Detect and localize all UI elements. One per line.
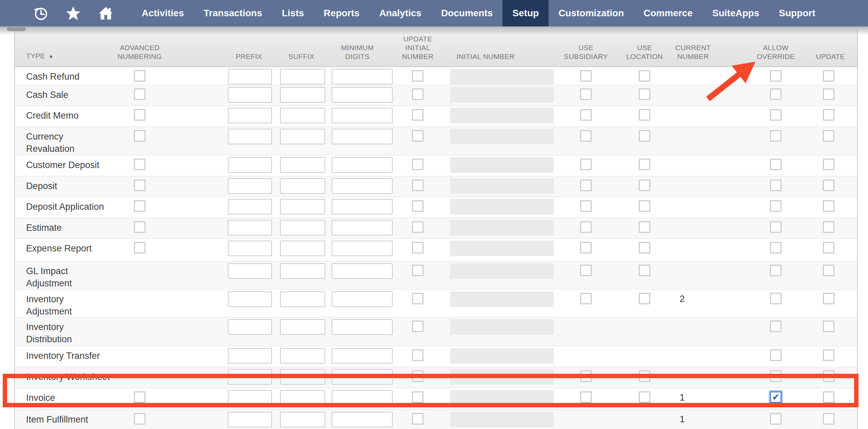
minimum-digits-input[interactable] (332, 390, 393, 406)
use-subsidiary-checkbox[interactable] (580, 130, 592, 142)
update-initial-number-checkbox[interactable] (412, 180, 423, 191)
advanced-numbering-checkbox[interactable] (134, 391, 145, 403)
nav-item-setup[interactable]: Setup (502, 0, 549, 26)
update-initial-number-checkbox[interactable] (412, 130, 423, 142)
allow-override-checkbox[interactable] (770, 130, 782, 142)
minimum-digits-input[interactable] (332, 241, 393, 256)
prefix-input[interactable] (228, 291, 272, 307)
update-initial-number-checkbox[interactable] (412, 242, 423, 253)
update-checkbox[interactable] (823, 293, 834, 304)
nav-item-support[interactable]: Support (769, 0, 825, 26)
update-initial-number-checkbox[interactable] (412, 70, 423, 82)
update-checkbox[interactable] (823, 180, 834, 191)
minimum-digits-input[interactable] (332, 87, 393, 103)
update-checkbox[interactable] (823, 221, 834, 233)
nav-item-lists[interactable]: Lists (272, 0, 314, 26)
minimum-digits-input[interactable] (332, 178, 393, 194)
update-checkbox[interactable] (823, 109, 834, 121)
prefix-input[interactable] (228, 178, 272, 194)
suffix-input[interactable] (280, 87, 325, 103)
nav-item-documents[interactable]: Documents (431, 0, 502, 26)
recent-records-icon[interactable] (33, 5, 48, 21)
allow-override-checkbox[interactable] (770, 70, 782, 82)
column-header-type[interactable]: TYPE ▲ (26, 52, 54, 60)
minimum-digits-input[interactable] (332, 369, 393, 385)
prefix-input[interactable] (228, 412, 272, 427)
advanced-numbering-checkbox[interactable] (134, 180, 145, 191)
use-location-checkbox[interactable] (639, 88, 650, 100)
prefix-input[interactable] (228, 390, 272, 406)
use-location-checkbox[interactable] (639, 370, 650, 382)
update-checkbox[interactable] (823, 413, 834, 425)
update-checkbox[interactable] (823, 242, 834, 253)
use-subsidiary-checkbox[interactable] (580, 370, 592, 382)
suffix-input[interactable] (280, 412, 325, 427)
advanced-numbering-checkbox[interactable] (134, 413, 145, 425)
use-location-checkbox[interactable] (639, 109, 650, 121)
advanced-numbering-checkbox[interactable] (134, 242, 145, 253)
allow-override-checkbox[interactable] (770, 242, 782, 253)
update-checkbox[interactable] (823, 321, 834, 332)
allow-override-checkbox[interactable] (770, 349, 782, 361)
minimum-digits-input[interactable] (332, 199, 393, 214)
minimum-digits-input[interactable] (332, 157, 393, 173)
update-checkbox[interactable] (823, 70, 834, 82)
use-location-checkbox[interactable] (639, 130, 650, 142)
suffix-input[interactable] (280, 390, 325, 406)
minimum-digits-input[interactable] (332, 129, 393, 144)
update-checkbox[interactable] (823, 391, 834, 403)
prefix-input[interactable] (228, 87, 272, 103)
minimum-digits-input[interactable] (332, 220, 393, 236)
suffix-input[interactable] (280, 178, 325, 194)
use-subsidiary-checkbox[interactable] (580, 88, 592, 100)
use-location-checkbox[interactable] (639, 293, 650, 304)
update-initial-number-checkbox[interactable] (412, 109, 423, 121)
suffix-input[interactable] (280, 157, 325, 173)
use-subsidiary-checkbox[interactable] (580, 70, 592, 82)
prefix-input[interactable] (228, 319, 272, 335)
minimum-digits-input[interactable] (332, 69, 393, 84)
prefix-input[interactable] (228, 263, 272, 279)
update-initial-number-checkbox[interactable] (412, 88, 423, 100)
suffix-input[interactable] (280, 69, 325, 84)
horizontal-scrollbar-thumb[interactable] (7, 27, 26, 31)
prefix-input[interactable] (228, 129, 272, 144)
advanced-numbering-checkbox[interactable] (134, 70, 145, 82)
minimum-digits-input[interactable] (332, 263, 393, 279)
suffix-input[interactable] (280, 220, 325, 236)
prefix-input[interactable] (228, 108, 272, 123)
advanced-numbering-checkbox[interactable] (134, 88, 145, 100)
minimum-digits-input[interactable] (332, 348, 393, 364)
use-subsidiary-checkbox[interactable] (580, 180, 592, 191)
prefix-input[interactable] (228, 348, 272, 364)
nav-item-commerce[interactable]: Commerce (634, 0, 703, 26)
use-subsidiary-checkbox[interactable] (580, 242, 592, 253)
update-initial-number-checkbox[interactable] (412, 265, 423, 276)
nav-item-analytics[interactable]: Analytics (369, 0, 431, 26)
update-initial-number-checkbox[interactable] (412, 221, 423, 233)
minimum-digits-input[interactable] (332, 108, 393, 123)
allow-override-checkbox[interactable] (770, 413, 782, 425)
allow-override-checkbox[interactable] (770, 221, 782, 233)
prefix-input[interactable] (228, 157, 272, 173)
suffix-input[interactable] (280, 199, 325, 214)
prefix-input[interactable] (228, 69, 272, 84)
update-checkbox[interactable] (823, 130, 834, 142)
advanced-numbering-checkbox[interactable] (134, 109, 145, 121)
minimum-digits-input[interactable] (332, 319, 393, 335)
allow-override-checkbox[interactable] (770, 200, 782, 212)
advanced-numbering-checkbox[interactable] (134, 159, 145, 170)
use-subsidiary-checkbox[interactable] (580, 293, 592, 304)
advanced-numbering-checkbox[interactable] (134, 221, 145, 233)
allow-override-checkbox[interactable] (770, 159, 782, 170)
use-subsidiary-checkbox[interactable] (580, 159, 592, 170)
use-location-checkbox[interactable] (639, 391, 650, 403)
update-checkbox[interactable] (823, 370, 834, 382)
suffix-input[interactable] (280, 129, 325, 144)
update-checkbox[interactable] (823, 88, 834, 100)
suffix-input[interactable] (280, 319, 325, 335)
allow-override-checkbox[interactable] (770, 265, 782, 276)
use-location-checkbox[interactable] (639, 221, 650, 233)
suffix-input[interactable] (280, 108, 325, 123)
allow-override-checkbox[interactable] (770, 321, 782, 332)
